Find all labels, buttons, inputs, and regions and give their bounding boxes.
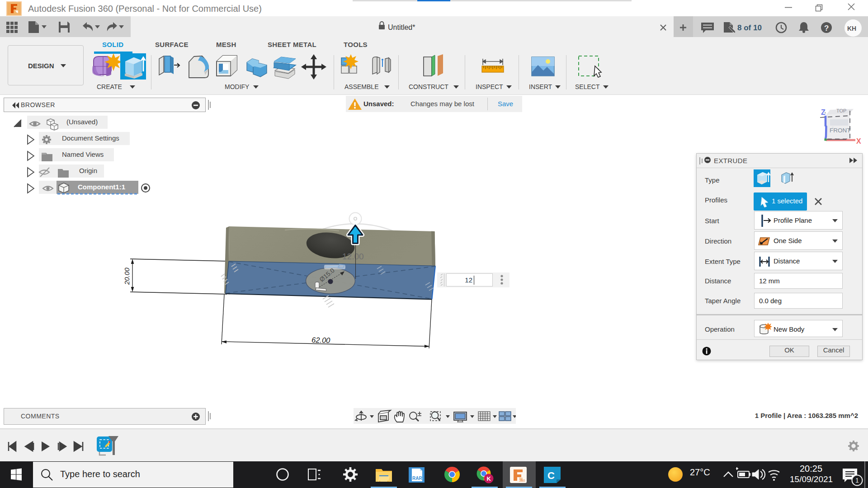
svg-text:C: C xyxy=(547,470,555,481)
svg-text:62.00: 62.00 xyxy=(311,336,331,344)
svg-text:Z: Z xyxy=(821,108,826,116)
svg-text:360: 360 xyxy=(519,479,525,483)
svg-text:X: X xyxy=(856,137,861,145)
svg-text:20.00: 20.00 xyxy=(123,267,131,285)
svg-text:FRONT: FRONT xyxy=(830,127,851,134)
svg-text:12.00: 12.00 xyxy=(342,252,364,261)
svg-text:RAR: RAR xyxy=(412,476,422,481)
svg-text:K: K xyxy=(487,475,491,482)
svg-text:TOP: TOP xyxy=(836,108,846,113)
svg-text:1: 1 xyxy=(855,477,859,484)
